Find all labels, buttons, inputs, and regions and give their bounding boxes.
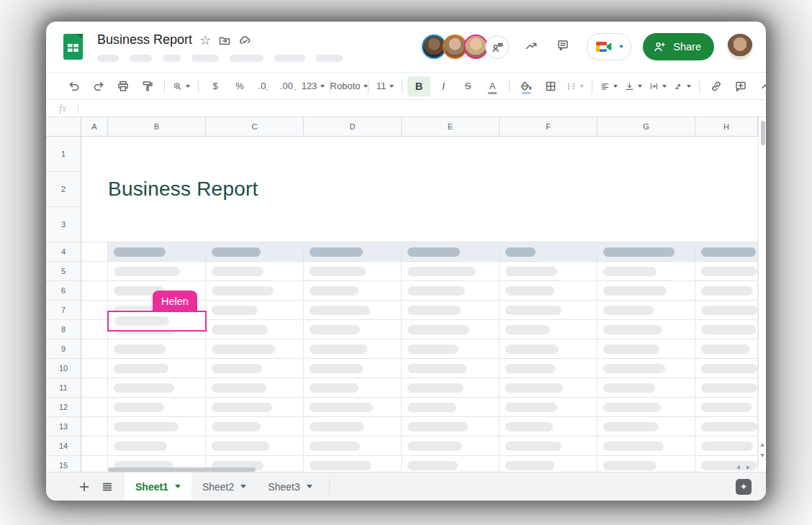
cell-G11[interactable] [597,378,695,398]
cell-D5[interactable] [304,262,402,281]
insert-comment-button[interactable] [729,76,752,96]
row-header-6[interactable]: 6 [46,281,81,301]
hide-menus-button[interactable] [754,76,766,96]
column-header-G[interactable]: G [597,117,695,137]
text-wrapping-button[interactable] [646,76,669,96]
follow-collaborators-icon[interactable] [485,35,509,59]
row-header-12[interactable]: 12 [46,398,81,417]
cell-F7[interactable] [500,301,597,320]
cell-A9[interactable] [81,339,108,359]
cell-F5[interactable] [500,262,597,281]
cell-F8[interactable] [500,320,597,339]
text-color-button[interactable]: A [481,76,504,96]
cell-E8[interactable] [402,320,500,339]
bold-button[interactable]: B [407,76,430,96]
tab-dropdown-caret[interactable] [240,485,246,488]
cell-C13[interactable] [206,417,304,437]
column-header-H[interactable]: H [695,117,758,137]
column-header-D[interactable]: D [304,117,402,137]
cell-A15[interactable] [81,456,108,472]
cell-D11[interactable] [304,378,402,398]
cell-C8[interactable] [206,320,304,339]
cell-F12[interactable] [500,398,597,417]
explore-button[interactable]: ✦ [736,479,752,495]
cell-H9[interactable] [695,339,758,359]
tab-dropdown-caret[interactable] [175,485,181,488]
cell-D9[interactable] [304,339,402,359]
menu-item-placeholder[interactable] [191,55,219,62]
cell-C12[interactable] [206,398,304,417]
cell-G14[interactable] [597,437,695,456]
sheets-logo-icon[interactable] [63,34,83,60]
cell-F15[interactable] [500,456,597,472]
cell-B13[interactable] [108,417,206,437]
zoom-button[interactable] [170,76,193,96]
cell-F14[interactable] [500,437,597,456]
row-header-8[interactable]: 8 [46,320,81,339]
cell-H7[interactable] [695,301,758,320]
row-header-11[interactable]: 11 [46,378,81,398]
cell-A6[interactable] [81,281,108,301]
vertical-align-button[interactable] [622,76,645,96]
scroll-down-arrow[interactable] [760,454,764,457]
cell-E14[interactable] [402,437,500,456]
add-sheet-button[interactable] [76,478,93,496]
cell-D15[interactable] [304,456,402,472]
font-family-button[interactable]: Roboto [335,76,363,96]
cell-F13[interactable] [500,417,597,437]
menu-item-placeholder[interactable] [97,55,119,62]
cell-E9[interactable] [402,339,500,359]
cell-H10[interactable] [695,359,758,378]
cell-H8[interactable] [695,320,758,339]
cell-A11[interactable] [81,378,108,398]
meet-dropdown-caret[interactable] [619,45,623,48]
cell-E11[interactable] [402,378,500,398]
format-as-currency-button[interactable]: $ [204,76,227,96]
document-title[interactable]: Business Report [97,32,192,47]
cell-F9[interactable] [500,339,597,359]
scroll-right-arrow[interactable] [746,465,750,470]
all-sheets-menu-button[interactable] [99,478,116,496]
cell-B11[interactable] [108,378,206,398]
cell-H13[interactable] [695,417,758,437]
tab-sheet1[interactable]: Sheet1 [125,472,191,501]
increase-decimal-places-button[interactable]: .00→ [277,76,300,96]
cell-D6[interactable] [304,281,402,301]
row-header-9[interactable]: 9 [46,339,81,359]
cell-A7[interactable] [81,301,108,320]
cell-H4[interactable] [695,242,758,262]
cell-C9[interactable] [206,339,304,359]
cell-G9[interactable] [597,339,695,359]
cell-G13[interactable] [597,417,695,437]
row-header-4[interactable]: 4 [46,242,81,262]
menu-item-placeholder[interactable] [130,55,152,62]
cell-G6[interactable] [597,281,695,301]
cell-G10[interactable] [597,359,695,378]
cell-D7[interactable] [304,301,402,320]
trending-chart-icon[interactable] [525,39,541,55]
text-rotation-button[interactable] [671,76,694,96]
row-header-7[interactable]: 7 [46,301,81,320]
print-button[interactable] [112,76,135,96]
cell-A13[interactable] [81,417,108,437]
menu-item-placeholder[interactable] [316,55,343,62]
horizontal-align-button[interactable] [597,76,621,96]
cell-A4[interactable] [81,242,108,262]
cell-B12[interactable] [108,398,206,417]
cell-A12[interactable] [81,398,108,417]
decrease-decimal-places-button[interactable]: .0← [253,76,276,96]
cell-B14[interactable] [108,437,206,456]
cell-G5[interactable] [597,262,695,281]
cell-F10[interactable] [500,359,597,378]
user-avatar[interactable] [727,34,753,60]
tab-sheet3[interactable]: Sheet3 [257,472,322,501]
borders-button[interactable] [539,76,562,96]
cell-E10[interactable] [402,359,500,378]
fill-color-button[interactable] [515,76,538,96]
cell-A14[interactable] [81,437,108,456]
column-header-C[interactable]: C [206,117,304,137]
cell-H6[interactable] [695,281,758,301]
sheet-title-cell[interactable]: Business Report [81,137,758,242]
cell-B4[interactable] [108,242,206,262]
row-header-5[interactable]: 5 [46,262,81,281]
